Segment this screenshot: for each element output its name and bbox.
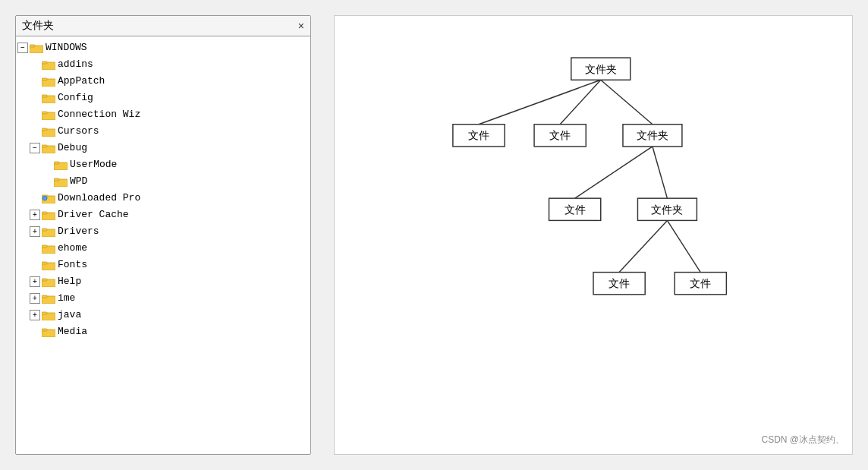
connection-line — [653, 147, 667, 198]
folder-icon — [42, 260, 55, 270]
item-label: WINDOWS — [46, 40, 87, 55]
item-label: Config — [58, 90, 93, 106]
tree-item[interactable]: − Debug — [16, 140, 310, 156]
svg-point-20 — [42, 196, 47, 200]
connection-line — [601, 80, 653, 124]
connection-line — [575, 147, 653, 198]
node-label: 文件 — [609, 278, 630, 289]
folder-icon — [42, 210, 55, 220]
item-label: WPD — [70, 174, 87, 189]
node-label: 文件 — [565, 204, 586, 216]
folder-icon — [42, 243, 55, 254]
diagram-panel: 文件夹文件文件文件夹文件文件夹文件文件 CSDN @冰点契约、 — [334, 15, 853, 455]
tree-item[interactable]: + Drivers — [16, 223, 310, 240]
svg-rect-22 — [42, 212, 47, 214]
expand-icon[interactable]: + — [30, 293, 40, 304]
item-label: ehome — [58, 241, 87, 256]
expand-icon[interactable]: + — [30, 226, 40, 237]
tree-item[interactable]: + Help — [16, 273, 310, 290]
tree-item[interactable]: Config — [16, 90, 310, 106]
diagram-area: 文件夹文件文件文件夹文件文件夹文件文件 — [335, 16, 852, 454]
folder-icon — [42, 109, 55, 120]
folder-icon — [42, 310, 55, 320]
item-label: AppPatch — [58, 74, 105, 89]
folder-icon — [42, 93, 55, 103]
node-label: 文件 — [468, 130, 489, 141]
svg-rect-17 — [54, 178, 59, 181]
tree-item[interactable]: Media — [16, 323, 310, 340]
tree-item[interactable]: Connection Wiz — [16, 106, 310, 123]
item-label: Connection Wiz — [58, 107, 140, 122]
expand-icon[interactable]: + — [30, 276, 40, 287]
folder-icon — [42, 59, 55, 70]
item-label: Driver Cache — [58, 207, 129, 222]
tree-item[interactable]: Downloaded Pro — [16, 190, 310, 207]
item-label: java — [58, 308, 81, 323]
folder-icon — [42, 293, 55, 304]
node-label: 文件夹 — [637, 130, 668, 141]
node-label: 文件 — [549, 130, 571, 141]
connection-line — [619, 220, 667, 272]
node-label: 文件夹 — [651, 204, 683, 216]
diagram-node: 文件 — [675, 273, 726, 295]
item-label: Media — [58, 324, 87, 339]
diagram-node: 文件 — [593, 273, 645, 295]
svg-rect-7 — [42, 95, 47, 97]
tree-item[interactable]: WPD — [16, 173, 310, 190]
panel-title: 文件夹 — [22, 19, 54, 33]
diagram-node: 文件 — [549, 198, 601, 220]
tree-item[interactable]: Fonts — [16, 257, 310, 273]
tree-item[interactable]: + java — [16, 307, 310, 323]
connection-line — [560, 80, 601, 124]
diagram-node: 文件夹 — [571, 58, 631, 80]
tree-container[interactable]: − WINDOWS addins AppPatch Config Connect… — [16, 36, 310, 454]
tree-item[interactable]: + Driver Cache — [16, 207, 310, 223]
watermark: CSDN @冰点契约、 — [761, 434, 844, 446]
svg-rect-24 — [42, 229, 47, 231]
item-label: addins — [58, 57, 93, 72]
item-label: Debug — [58, 140, 87, 156]
tree-item[interactable]: − WINDOWS — [16, 39, 310, 56]
svg-rect-3 — [42, 62, 47, 64]
diagram-svg: 文件夹文件文件文件夹文件文件夹文件文件 — [335, 16, 852, 410]
folder-icon — [42, 226, 55, 237]
svg-rect-36 — [42, 329, 47, 331]
svg-rect-13 — [42, 145, 47, 147]
svg-rect-15 — [54, 162, 59, 164]
folder-icon — [42, 76, 55, 87]
item-label: Downloaded Pro — [58, 191, 140, 206]
tree-item[interactable]: AppPatch — [16, 73, 310, 90]
tree-item[interactable]: addins — [16, 56, 310, 73]
file-tree-panel: 文件夹 × − WINDOWS addins AppPatch Config C… — [15, 15, 311, 455]
folder-icon — [42, 126, 55, 137]
expand-icon[interactable]: + — [30, 210, 40, 220]
svg-rect-30 — [42, 279, 47, 281]
item-label: Cursors — [58, 124, 99, 139]
tree-item[interactable]: Cursors — [16, 123, 310, 140]
tree-item[interactable]: + ime — [16, 290, 310, 307]
item-label: Drivers — [58, 224, 99, 239]
tree-item[interactable]: UserMode — [16, 156, 310, 173]
folder-icon — [30, 43, 43, 53]
node-label: 文件 — [690, 278, 711, 289]
expand-icon[interactable]: + — [30, 310, 40, 320]
svg-rect-11 — [42, 128, 47, 131]
diagram-node: 文件夹 — [623, 125, 682, 147]
svg-rect-34 — [42, 312, 47, 314]
tree-item[interactable]: ehome — [16, 240, 310, 257]
close-button[interactable]: × — [298, 20, 304, 32]
folder-icon — [42, 326, 55, 337]
connection-line — [479, 80, 601, 124]
diagram-node: 文件 — [453, 125, 505, 147]
item-label: Fonts — [58, 257, 87, 273]
collapse-icon[interactable]: − — [30, 143, 40, 153]
diagram-node: 文件 — [534, 125, 586, 147]
svg-rect-1 — [30, 45, 35, 47]
item-label: Help — [58, 274, 81, 289]
connection-line — [667, 220, 700, 272]
collapse-icon[interactable]: − — [17, 43, 28, 53]
folder-icon — [54, 159, 68, 170]
svg-rect-9 — [42, 112, 47, 114]
panel-header: 文件夹 × — [16, 16, 310, 36]
folder-icon — [42, 193, 55, 203]
